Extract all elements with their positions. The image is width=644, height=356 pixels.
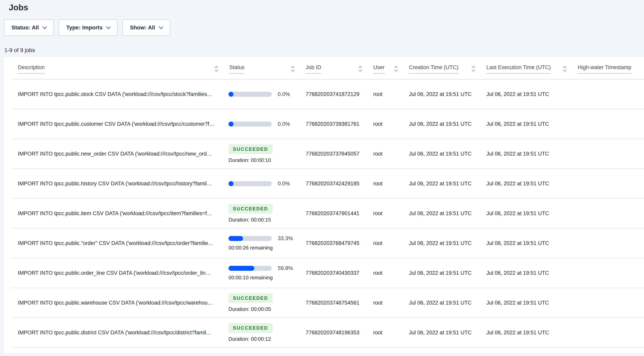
progress-percent: 33.3% <box>278 235 293 242</box>
creation-time: Jul 06, 2022 at 19:51 UTC <box>405 80 482 109</box>
job-status: SUCCEEDEDDuration: 00:00:05 <box>225 288 302 317</box>
table-row[interactable]: IMPORT INTO tpcc.public.new_order CSV DA… <box>4 139 644 168</box>
column-header-label: Description <box>18 64 45 74</box>
results-count: 1-9 of 9 jobs <box>4 47 644 54</box>
creation-time: Jul 06, 2022 at 19:51 UTC <box>405 318 482 347</box>
progress-fill <box>228 181 234 186</box>
column-header-description[interactable]: Description <box>4 57 225 79</box>
status-badge: SUCCEEDED <box>228 144 272 154</box>
job-description[interactable]: IMPORT INTO tpcc.public.customer CSV DAT… <box>4 109 225 139</box>
job-user: root <box>369 228 405 258</box>
job-description[interactable]: IMPORT INTO tpcc.public.order_line CSV D… <box>4 258 225 288</box>
status-filter-label: Status: All <box>12 25 39 31</box>
progress-bar <box>228 236 272 241</box>
progress-bar <box>228 181 272 186</box>
status-duration: Duration: 00:00:05 <box>228 306 271 312</box>
job-description[interactable]: IMPORT INTO tpcc.public.warehouse CSV DA… <box>4 288 225 317</box>
job-user: root <box>369 169 405 198</box>
high-water-timestamp <box>574 139 644 168</box>
job-status: SUCCEEDEDDuration: 00:00:12 <box>225 318 302 347</box>
job-status: 59.8%00:00:10 remaining <box>225 258 302 288</box>
job-description[interactable]: IMPORT INTO tpcc.public.stock CSV DATA (… <box>4 80 225 109</box>
creation-time: Jul 06, 2022 at 19:51 UTC <box>405 169 482 198</box>
progress-percent: 59.8% <box>278 265 293 271</box>
job-id: 776820203737645057 <box>302 139 369 168</box>
job-user: root <box>369 139 405 168</box>
job-description[interactable]: IMPORT INTO tpcc.public."order" CSV DATA… <box>4 228 225 258</box>
job-user: root <box>369 199 405 228</box>
table-row[interactable]: IMPORT INTO tpcc.public.customer CSV DAT… <box>4 109 644 139</box>
creation-time: Jul 06, 2022 at 19:51 UTC <box>405 109 482 139</box>
sort-up-arrow <box>214 65 218 68</box>
progress-fill <box>228 122 234 127</box>
sort-icon[interactable] <box>471 65 476 73</box>
creation-time: Jul 06, 2022 at 19:51 UTC <box>405 258 482 288</box>
job-status: 33.3%00:00:26 remaining <box>225 228 302 258</box>
type-filter-dropdown[interactable]: Type: Imports <box>58 20 118 36</box>
sort-icon[interactable] <box>291 65 295 73</box>
job-description[interactable]: IMPORT INTO tpcc.public.item CSV DATA ('… <box>4 199 225 228</box>
job-id: 776820203742429185 <box>302 169 369 198</box>
job-user: root <box>369 258 405 288</box>
job-status: 0.0% <box>225 80 302 109</box>
sort-up-arrow <box>358 65 362 68</box>
last-execution-time: Jul 06, 2022 at 19:51 UTC <box>482 139 574 168</box>
column-header-label: Job ID <box>306 64 321 74</box>
status-badge: SUCCEEDED <box>228 323 272 333</box>
high-water-timestamp <box>574 258 644 288</box>
progress-line: 0.0% <box>228 121 290 127</box>
column-header-label: Last Execution Time (UTC) <box>486 64 551 74</box>
table-row[interactable]: IMPORT INTO tpcc.public.item CSV DATA ('… <box>4 199 644 228</box>
column-header-label: Creation Time (UTC) <box>409 64 458 74</box>
progress-remaining: 00:00:26 remaining <box>228 245 273 251</box>
sort-icon[interactable] <box>562 65 567 73</box>
job-description[interactable]: IMPORT INTO tpcc.public.district CSV DAT… <box>4 318 225 347</box>
progress-fill <box>228 236 243 241</box>
sort-down-arrow <box>394 70 398 73</box>
show-filter-dropdown[interactable]: Show: All <box>122 20 170 36</box>
high-water-timestamp <box>574 80 644 109</box>
job-user: root <box>369 318 405 347</box>
column-header-job-id[interactable]: Job ID <box>302 57 369 79</box>
column-header-high-water-timestamp[interactable]: High-water Timestamp <box>574 57 644 79</box>
column-header-last-execution-time-utc[interactable]: Last Execution Time (UTC) <box>482 57 574 79</box>
job-id: 776820203739381761 <box>302 109 369 139</box>
progress-percent: 0.0% <box>278 91 290 97</box>
job-user: root <box>369 80 405 109</box>
last-execution-time: Jul 06, 2022 at 19:51 UTC <box>482 318 574 347</box>
sort-icon[interactable] <box>214 65 218 73</box>
job-user: root <box>369 109 405 139</box>
sort-up-arrow <box>471 65 476 68</box>
sort-up-arrow <box>562 65 567 68</box>
table-row[interactable]: IMPORT INTO tpcc.public.stock CSV DATA (… <box>4 80 644 109</box>
page-title: Jobs <box>9 3 644 12</box>
sort-icon[interactable] <box>358 65 362 73</box>
table-row[interactable]: IMPORT INTO tpcc.public.history CSV DATA… <box>4 169 644 198</box>
table-row[interactable]: IMPORT INTO tpcc.public.order_line CSV D… <box>4 258 644 288</box>
job-description[interactable]: IMPORT INTO tpcc.public.history CSV DATA… <box>4 169 225 198</box>
progress-line: 59.8% <box>228 265 293 271</box>
sort-down-arrow <box>358 70 362 73</box>
status-filter-dropdown[interactable]: Status: All <box>4 20 54 36</box>
sort-icon[interactable] <box>394 65 398 73</box>
table-row[interactable]: IMPORT INTO tpcc.public.warehouse CSV DA… <box>4 288 644 317</box>
sort-down-arrow <box>562 70 567 73</box>
creation-time: Jul 06, 2022 at 19:51 UTC <box>405 288 482 317</box>
column-header-user[interactable]: User <box>369 57 405 79</box>
column-header-label: User <box>373 64 384 74</box>
table-header-row: DescriptionStatusJob IDUserCreation Time… <box>4 57 644 79</box>
column-header-label: Status <box>229 64 244 74</box>
row-divider <box>12 347 644 348</box>
table-row[interactable]: IMPORT INTO tpcc.public.district CSV DAT… <box>4 318 644 347</box>
last-execution-time: Jul 06, 2022 at 19:51 UTC <box>482 228 574 258</box>
chevron-down-icon <box>106 25 111 29</box>
column-header-status[interactable]: Status <box>225 57 302 79</box>
table-row[interactable]: IMPORT INTO tpcc.public."order" CSV DATA… <box>4 228 644 258</box>
job-description[interactable]: IMPORT INTO tpcc.public.new_order CSV DA… <box>4 139 225 168</box>
progress-line: 0.0% <box>228 91 290 97</box>
job-user: root <box>369 288 405 317</box>
status-duration: Duration: 00:00:15 <box>228 217 271 223</box>
job-id: 776820203748196353 <box>302 318 369 347</box>
progress-remaining: 00:00:10 remaining <box>228 274 273 281</box>
column-header-creation-time-utc[interactable]: Creation Time (UTC) <box>405 57 482 79</box>
